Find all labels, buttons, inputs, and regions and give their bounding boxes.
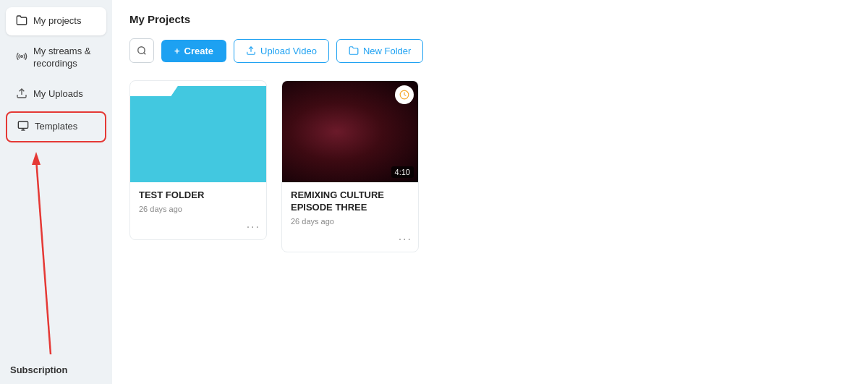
radio-icon [16,51,27,64]
svg-point-0 [21,56,23,58]
card-body: REMIXING CULTURE EPISODE THREE 26 days a… [282,182,418,233]
card-footer: ··· [130,221,266,239]
sidebar-item-my-projects[interactable]: My projects [6,7,106,35]
svg-rect-2 [18,121,27,128]
card-folder-1[interactable]: Test folder 26 days ago ··· [129,80,267,240]
search-button[interactable] [129,38,154,63]
svg-marker-6 [32,152,41,165]
sidebar-item-templates[interactable]: Templates [6,111,106,142]
toolbar: + Create Upload Video New Folder [129,38,851,63]
video-duration: 4:10 [391,166,414,178]
sidebar-item-label: My projects [33,15,81,27]
upload-video-label: Upload Video [260,46,317,56]
more-options-button[interactable]: ··· [247,221,260,234]
card-footer: ··· [282,233,418,252]
sidebar-item-label: My Uploads [33,88,83,101]
upload-icon [16,88,27,101]
folder-shape [130,81,266,182]
svg-point-7 [138,47,145,54]
create-icon: + [174,46,180,56]
card-date: 26 days ago [291,217,409,226]
subscription-label: Subscription [10,364,67,375]
main-content: My Projects + Create Upload Video New [112,0,868,384]
card-title: Test folder [139,189,258,202]
create-button[interactable]: + Create [161,40,226,62]
folder-icon [16,14,27,28]
card-video-1[interactable]: 4:10 REMIXING CULTURE EPISODE THREE 26 d… [281,80,419,252]
video-thumbnail: 4:10 [282,81,418,182]
sidebar-item-label: My streams & recordings [33,46,96,70]
card-date: 26 days ago [139,205,258,213]
video-badge [395,85,414,104]
upload-video-button[interactable]: Upload Video [234,39,329,63]
svg-line-8 [144,53,146,55]
template-icon [17,120,29,134]
create-label: Create [184,46,213,56]
sidebar-item-my-streams[interactable]: My streams & recordings [6,38,106,77]
sidebar-item-my-uploads[interactable]: My Uploads [6,80,106,108]
sidebar: My projects My streams & recordings My U… [0,0,112,384]
cards-grid: Test folder 26 days ago ··· 4:10 RE [129,80,851,252]
svg-line-5 [36,159,51,354]
sidebar-item-label: Templates [35,121,77,133]
card-title: REMIXING CULTURE EPISODE THREE [291,189,409,214]
more-options-button[interactable]: ··· [399,233,412,246]
new-folder-button[interactable]: New Folder [336,39,423,63]
page-title: My Projects [129,13,851,25]
folder-thumbnail [130,81,266,182]
new-folder-label: New Folder [363,46,411,56]
card-body: Test folder 26 days ago [130,182,266,221]
